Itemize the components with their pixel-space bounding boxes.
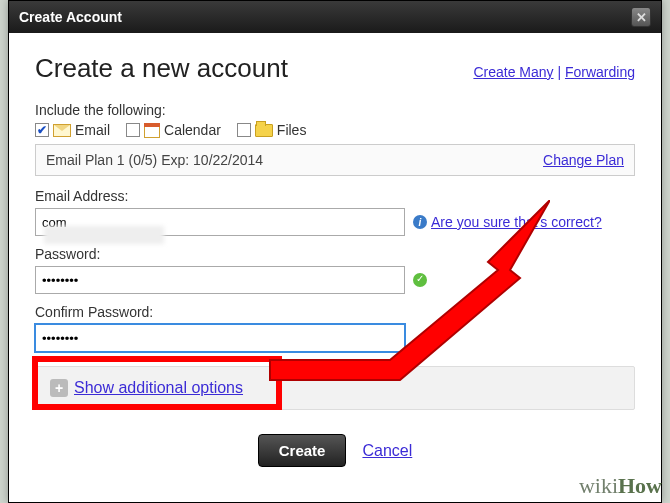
- email-hint-link[interactable]: Are you sure that's correct?: [431, 214, 602, 230]
- info-icon: i: [413, 215, 427, 229]
- show-additional-options-link[interactable]: Show additional options: [74, 379, 243, 397]
- titlebar-title: Create Account: [19, 9, 122, 25]
- confirm-password-label: Confirm Password:: [35, 304, 635, 320]
- password-label: Password:: [35, 246, 635, 262]
- create-button[interactable]: Create: [258, 434, 347, 467]
- folder-icon: [255, 124, 273, 137]
- calendar-checkbox[interactable]: [126, 123, 140, 137]
- files-checkbox[interactable]: [237, 123, 251, 137]
- calendar-icon: [144, 123, 160, 138]
- include-option-email[interactable]: Email: [35, 122, 110, 138]
- change-plan-link[interactable]: Change Plan: [543, 152, 624, 168]
- include-option-calendar[interactable]: Calendar: [126, 122, 221, 138]
- password-input[interactable]: [35, 266, 405, 294]
- plan-box: Email Plan 1 (0/5) Exp: 10/22/2014 Chang…: [35, 144, 635, 176]
- link-separator: |: [557, 64, 565, 80]
- email-checkbox[interactable]: [35, 123, 49, 137]
- footer: Create Cancel: [35, 434, 635, 467]
- email-blur: [44, 226, 164, 244]
- include-option-files[interactable]: Files: [237, 122, 307, 138]
- dialog-content: Create a new account Create Many | Forwa…: [9, 33, 661, 477]
- password-field-row: Password:: [35, 246, 635, 294]
- calendar-option-label: Calendar: [164, 122, 221, 138]
- checkmark-icon: [413, 273, 427, 287]
- header-links: Create Many | Forwarding: [473, 64, 635, 80]
- create-many-link[interactable]: Create Many: [473, 64, 553, 80]
- email-label: Email Address:: [35, 188, 635, 204]
- email-option-label: Email: [75, 122, 110, 138]
- cancel-link[interactable]: Cancel: [362, 442, 412, 460]
- confirm-password-field-row: Confirm Password:: [35, 304, 635, 352]
- forwarding-link[interactable]: Forwarding: [565, 64, 635, 80]
- titlebar: Create Account ✕: [9, 1, 661, 33]
- additional-options-bar[interactable]: + Show additional options: [35, 366, 635, 410]
- page-title: Create a new account: [35, 53, 288, 84]
- create-account-dialog: Create Account ✕ Create a new account Cr…: [8, 0, 662, 503]
- watermark: wikiHow: [579, 473, 662, 499]
- email-hint: i Are you sure that's correct?: [413, 214, 602, 230]
- mail-icon: [53, 124, 71, 137]
- include-row: Email Calendar Files: [35, 122, 635, 138]
- include-label: Include the following:: [35, 102, 635, 118]
- files-option-label: Files: [277, 122, 307, 138]
- close-button[interactable]: ✕: [631, 7, 651, 27]
- confirm-password-input[interactable]: [35, 324, 405, 352]
- plus-icon: +: [50, 379, 68, 397]
- plan-text: Email Plan 1 (0/5) Exp: 10/22/2014: [46, 152, 263, 168]
